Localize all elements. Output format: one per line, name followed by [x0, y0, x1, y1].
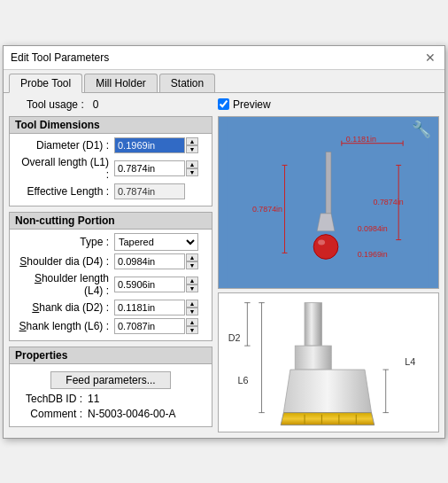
svg-text:0.0984in: 0.0984in	[358, 223, 388, 232]
shoulder-dia-down-btn[interactable]: ▼	[186, 261, 198, 269]
effective-length-input	[114, 183, 185, 199]
overall-length-row: Overall length (L1) : ▲ ▼	[17, 156, 205, 181]
main-content: Tool usage : 0 Tool Dimensions Diameter …	[4, 93, 444, 438]
diameter-row: Diameter (D1) : ▲ ▼	[17, 137, 205, 153]
left-panel: Tool usage : 0 Tool Dimensions Diameter …	[9, 98, 212, 432]
shank-length-up-btn[interactable]: ▲	[186, 318, 198, 326]
comment-label: Comment :	[17, 408, 88, 420]
shank-dia-up-btn[interactable]: ▲	[186, 300, 198, 308]
non-cutting-title: Non-cutting Portion	[10, 213, 212, 230]
diameter-up-btn[interactable]: ▲	[186, 137, 198, 145]
tab-mill-holder[interactable]: Mill Holder	[84, 74, 158, 92]
shoulder-dia-input[interactable]	[114, 253, 185, 269]
tool-usage-label: Tool usage :	[27, 98, 89, 111]
diameter-spinner: ▲ ▼	[186, 137, 198, 153]
shank-dia-input-wrap: ▲ ▼	[114, 300, 198, 316]
shank-length-row: Shank length (L6) : ▲ ▼	[17, 318, 205, 334]
tool-dimensions-title: Tool Dimensions	[10, 117, 212, 134]
properties-content: Feed parameters... TechDB ID : 11 Commen…	[10, 364, 212, 426]
overall-length-input-wrap: ▲ ▼	[114, 160, 198, 176]
shoulder-length-down-btn[interactable]: ▼	[186, 284, 198, 292]
preview-label: Preview	[233, 98, 271, 111]
diameter-input[interactable]	[114, 137, 185, 153]
svg-text:🔧: 🔧	[412, 119, 432, 138]
shoulder-dia-spinner: ▲ ▼	[186, 253, 198, 269]
tool-diagram-svg: 🔧 0.1181in 0.7874in 0.7	[219, 117, 438, 288]
comment-value: N-5003-0046-00-A	[88, 408, 175, 420]
shoulder-dia-label: Shoulder dia (D4) :	[17, 255, 114, 268]
shoulder-length-label: Shoulder length (L4) :	[17, 272, 114, 297]
techdb-value: 11	[88, 393, 99, 405]
shank-dia-row: Shank dia (D2) : ▲ ▼	[17, 300, 205, 316]
shoulder-dia-up-btn[interactable]: ▲	[186, 253, 198, 261]
d2-label: D2	[228, 331, 241, 342]
tool-dimensions-section: Tool Dimensions Diameter (D1) : ▲ ▼	[9, 116, 212, 206]
tab-station[interactable]: Station	[159, 74, 215, 92]
shoulder-length-up-btn[interactable]: ▲	[186, 277, 198, 284]
properties-title: Properties	[10, 347, 212, 364]
shank-length-down-btn[interactable]: ▼	[186, 326, 198, 334]
shank-dia-spinner: ▲ ▼	[186, 300, 198, 316]
type-dropdown-wrap: Tapered Straight None	[114, 233, 198, 251]
overall-length-down-btn[interactable]: ▼	[186, 168, 198, 176]
svg-marker-23	[281, 412, 375, 425]
shank-length-spinner: ▲ ▼	[186, 318, 198, 334]
comment-row: Comment : N-5003-0046-00-A	[17, 408, 205, 420]
techdb-row: TechDB ID : 11	[17, 393, 205, 405]
holder-diagram-svg: D2 D4 L6 L4	[219, 293, 438, 432]
diameter-label: Diameter (D1) :	[17, 139, 114, 152]
tab-probe-tool[interactable]: Probe Tool	[9, 74, 82, 93]
svg-text:0.1181in: 0.1181in	[346, 134, 376, 143]
l4-label: L4	[405, 355, 415, 366]
techdb-label: TechDB ID :	[17, 393, 88, 405]
svg-marker-22	[283, 370, 371, 413]
shank-dia-label: Shank dia (D2) :	[17, 301, 114, 314]
svg-text:0.7874in: 0.7874in	[373, 197, 403, 206]
type-row: Type : Tapered Straight None	[17, 233, 205, 251]
shank-length-input-wrap: ▲ ▼	[114, 318, 198, 334]
shank-length-input[interactable]	[114, 318, 185, 334]
tool-usage-value: 0	[93, 98, 99, 111]
window-title: Edit Tool Parameters	[11, 51, 109, 64]
preview-area: 🔧 0.1181in 0.7874in 0.7	[218, 116, 439, 289]
bottom-diagram: D2 D4 L6 L4	[218, 292, 439, 432]
svg-rect-21	[295, 346, 331, 370]
overall-length-label: Overall length (L1) :	[17, 156, 114, 181]
type-select[interactable]: Tapered Straight None	[114, 233, 198, 251]
shoulder-dia-row: Shoulder dia (D4) : ▲ ▼	[17, 253, 205, 269]
shank-dia-input[interactable]	[114, 300, 185, 316]
tool-dimensions-content: Diameter (D1) : ▲ ▼ Over	[10, 134, 212, 206]
properties-section: Properties Feed parameters... TechDB ID …	[9, 347, 212, 427]
svg-point-18	[313, 234, 338, 259]
tool-usage-row: Tool usage : 0	[9, 98, 212, 111]
svg-text:0.7874in: 0.7874in	[252, 204, 282, 213]
main-window: Edit Tool Parameters ✕ Probe Tool Mill H…	[3, 45, 445, 439]
feed-params-button[interactable]: Feed parameters...	[50, 371, 170, 389]
preview-checkbox[interactable]	[218, 98, 229, 110]
shoulder-length-input-wrap: ▲ ▼	[114, 277, 198, 292]
shank-length-label: Shank length (L6) :	[17, 320, 114, 332]
svg-rect-20	[305, 302, 321, 346]
shank-dia-down-btn[interactable]: ▼	[186, 308, 198, 316]
non-cutting-content: Type : Tapered Straight None Shoulde	[10, 230, 212, 340]
overall-length-up-btn[interactable]: ▲	[186, 160, 198, 168]
svg-rect-16	[326, 152, 331, 213]
preview-checkbox-row: Preview	[218, 98, 439, 111]
close-button[interactable]: ✕	[423, 51, 437, 65]
effective-length-label: Effective Length :	[17, 185, 114, 198]
shoulder-length-row: Shoulder length (L4) : ▲ ▼	[17, 272, 205, 297]
l6-label: L6	[238, 375, 249, 386]
svg-point-19	[318, 239, 325, 245]
non-cutting-section: Non-cutting Portion Type : Tapered Strai…	[9, 212, 212, 341]
title-bar: Edit Tool Parameters ✕	[4, 46, 444, 70]
effective-length-row: Effective Length :	[17, 183, 205, 199]
diameter-down-btn[interactable]: ▼	[186, 145, 198, 153]
shoulder-dia-input-wrap: ▲ ▼	[114, 253, 198, 269]
shoulder-length-input[interactable]	[114, 277, 185, 292]
svg-text:0.1969in: 0.1969in	[358, 250, 388, 259]
overall-length-spinner: ▲ ▼	[186, 160, 198, 176]
type-label: Type :	[17, 236, 114, 248]
overall-length-input[interactable]	[114, 160, 185, 176]
diameter-input-wrap: ▲ ▼	[114, 137, 198, 153]
shoulder-length-spinner: ▲ ▼	[186, 277, 198, 292]
